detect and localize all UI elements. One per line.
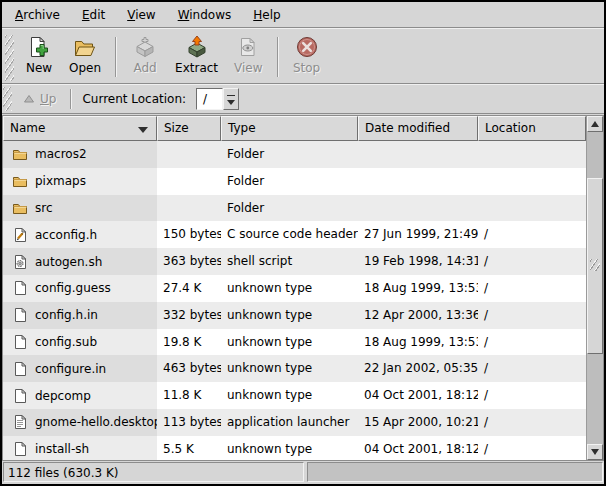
plain-file-icon	[12, 441, 28, 457]
toolbar-grip[interactable]	[5, 35, 14, 81]
table-row[interactable]: src Folder	[3, 195, 586, 222]
menu-help-label: H	[253, 8, 262, 22]
file-type: Folder	[221, 168, 358, 195]
file-size: 363 bytes	[157, 248, 221, 275]
location-bar: Up Current Location: /	[2, 84, 604, 114]
column-header-size[interactable]: Size	[157, 116, 221, 141]
table-row[interactable]: pixmaps Folder	[3, 168, 586, 195]
file-date: 04 Oct 2001, 18:12	[358, 382, 478, 409]
menu-help[interactable]: Help	[242, 4, 291, 26]
menu-help-label-rest: elp	[262, 8, 280, 22]
list-header: Name Size Type Date modified Location	[3, 116, 586, 141]
plain-file-icon	[12, 334, 28, 350]
file-location: /	[478, 302, 586, 329]
file-location: /	[478, 355, 586, 382]
column-header-location[interactable]: Location	[478, 116, 586, 141]
table-row[interactable]: config.h.in 332 bytes unknown type 12 Ap…	[3, 302, 586, 329]
toolbar: New Open Add Extract View Stop	[2, 28, 604, 84]
table-row[interactable]: acconfig.h 150 bytes C source code heade…	[3, 221, 586, 248]
menu-edit[interactable]: Edit	[71, 4, 116, 26]
menu-archive-label-rest: rchive	[23, 8, 60, 22]
file-name: pixmaps	[35, 174, 86, 188]
plain-file-icon	[12, 388, 28, 404]
extract-button[interactable]: Extract	[167, 33, 226, 77]
scroll-down-button[interactable]	[587, 444, 603, 460]
table-row[interactable]: configure.in 463 bytes unknown type 22 J…	[3, 355, 586, 382]
file-name: config.guess	[35, 281, 111, 295]
menu-windows[interactable]: Windows	[167, 4, 243, 26]
file-name: configure.in	[35, 362, 106, 376]
menu-view-label: V	[127, 8, 135, 22]
current-location-label: Current Location:	[82, 92, 186, 106]
file-date: 12 Apr 2000, 13:36	[358, 302, 478, 329]
file-date	[358, 141, 478, 168]
file-location: /	[478, 221, 586, 248]
file-type: Folder	[221, 141, 358, 168]
menu-edit-label-rest: dit	[90, 8, 106, 22]
folder-icon	[12, 200, 28, 216]
location-combo-dropdown-button[interactable]	[223, 88, 239, 110]
table-row[interactable]: config.guess 27.4 K unknown type 18 Aug …	[3, 275, 586, 302]
file-name: install-sh	[35, 442, 89, 456]
script-file-icon	[12, 254, 28, 270]
location-combo: /	[196, 88, 239, 110]
add-files-icon	[133, 35, 157, 59]
new-archive-icon	[27, 35, 51, 59]
table-row[interactable]: install-sh 5.5 K unknown type 04 Oct 200…	[3, 436, 586, 460]
menu-view[interactable]: View	[116, 4, 166, 26]
file-type: unknown type	[221, 302, 358, 329]
file-location: /	[478, 382, 586, 409]
new-button[interactable]: New	[17, 33, 61, 77]
file-list: Name Size Type Date modified Location ma…	[2, 115, 604, 461]
location-bar-grip[interactable]	[3, 87, 12, 111]
folder-icon	[12, 173, 28, 189]
file-date: 15 Apr 2000, 10:21	[358, 409, 478, 436]
add-button-label: Add	[133, 61, 156, 75]
file-date	[358, 195, 478, 222]
file-location: /	[478, 248, 586, 275]
location-bar-separator	[70, 89, 72, 109]
open-button[interactable]: Open	[61, 33, 109, 77]
menu-view-label-rest: iew	[135, 8, 156, 22]
column-header-date-modified[interactable]: Date modified	[358, 116, 478, 141]
status-bar: 112 files (630.3 K)	[2, 461, 604, 484]
table-row[interactable]: depcomp 11.8 K unknown type 04 Oct 2001,…	[3, 382, 586, 409]
plain-file-icon	[12, 361, 28, 377]
file-date: 18 Aug 1999, 13:53	[358, 329, 478, 356]
source-file-icon	[12, 227, 28, 243]
file-date: 27 Jun 1999, 21:49	[358, 221, 478, 248]
file-size: 463 bytes	[157, 355, 221, 382]
stop-icon	[295, 35, 319, 59]
menu-archive[interactable]: Archive	[4, 4, 71, 26]
file-size: 19.8 K	[157, 329, 221, 356]
up-arrow-icon	[23, 94, 35, 104]
progress-bar	[307, 462, 604, 482]
stop-button-label: Stop	[293, 61, 320, 75]
file-name: autogen.sh	[35, 255, 102, 269]
toolbar-separator	[277, 37, 279, 77]
file-type: unknown type	[221, 382, 358, 409]
file-name: gnome-hello.desktop	[35, 415, 157, 429]
file-size: 27.4 K	[157, 275, 221, 302]
file-date: 18 Aug 1999, 13:53	[358, 275, 478, 302]
file-type: application launcher	[221, 409, 358, 436]
vertical-scrollbar[interactable]	[586, 116, 603, 460]
menu-windows-label-rest: indows	[189, 8, 231, 22]
column-header-name[interactable]: Name	[3, 116, 157, 141]
column-header-type[interactable]: Type	[221, 116, 358, 141]
scrollbar-thumb[interactable]	[587, 178, 603, 354]
location-combo-value[interactable]: /	[196, 88, 223, 110]
up-button-label-rest: p	[49, 92, 57, 106]
archive-manager-window: Archive Edit View Windows Help New Open …	[0, 0, 606, 486]
column-header-name-label: Name	[10, 121, 45, 135]
file-name: config.h.in	[35, 308, 98, 322]
file-type: unknown type	[221, 436, 358, 460]
table-row[interactable]: macros2 Folder	[3, 141, 586, 168]
scroll-up-button[interactable]	[587, 116, 603, 132]
table-row[interactable]: autogen.sh 363 bytes shell script 19 Feb…	[3, 248, 586, 275]
file-size: 332 bytes	[157, 302, 221, 329]
desktop-file-icon	[12, 414, 28, 430]
table-row[interactable]: config.sub 19.8 K unknown type 18 Aug 19…	[3, 329, 586, 356]
file-location: /	[478, 329, 586, 356]
table-row[interactable]: gnome-hello.desktop 113 bytes applicatio…	[3, 409, 586, 436]
